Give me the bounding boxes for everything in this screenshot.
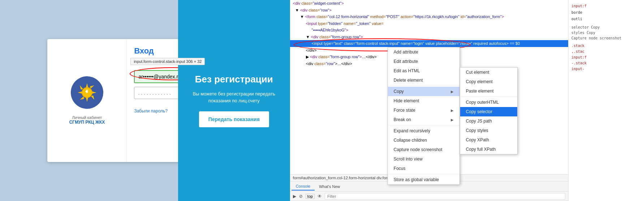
- ctx-delete-element[interactable]: Delete element: [388, 76, 459, 85]
- css-line-2: ,.stac: [571, 49, 641, 55]
- svg-marker-6: [91, 95, 94, 100]
- sub-ctx-copy-selector[interactable]: Copy selector: [460, 107, 517, 116]
- svg-marker-8: [80, 97, 84, 100]
- ctx-store-global[interactable]: Store as global variable: [388, 175, 459, 184]
- forgot-password-link[interactable]: Забыли пароль?: [134, 108, 168, 114]
- ctx-divider-3: [388, 174, 459, 174]
- tab-console[interactable]: Console: [291, 183, 315, 191]
- ctx-edit-html[interactable]: Edit as HTML: [388, 66, 459, 76]
- sub-ctx-divider-1: [460, 97, 517, 97]
- html-line-5[interactable]: "•••••AEhfe1bykoG">: [290, 27, 568, 34]
- capture-screenshot-label[interactable]: Capture node screenshot: [571, 36, 641, 40]
- ctx-divider-2: [388, 125, 459, 125]
- ctx-break-on-arrow: ▶: [451, 118, 454, 122]
- sub-ctx-copy-js-path[interactable]: Copy JS path: [460, 116, 517, 126]
- css-line-4: -.stack: [571, 60, 641, 66]
- input-tooltip: input.form-control.stack-input 306 × 32: [130, 58, 205, 65]
- ctx-expand-recursively[interactable]: Expand recursively: [388, 126, 459, 136]
- html-line-2[interactable]: ▼ <div class="row">: [290, 7, 568, 14]
- right-code-panel: input:f borde outli selector Copy styles…: [568, 0, 644, 201]
- right-panel-code: input:f borde outli: [571, 3, 641, 22]
- ctx-scroll-view[interactable]: Scroll into view: [388, 154, 459, 164]
- ctx-add-attribute[interactable]: Add attribute: [388, 47, 459, 57]
- ctx-hide-element[interactable]: Hide element: [388, 96, 459, 106]
- no-reg-title: Без регистрации: [195, 74, 273, 85]
- styles-copy-label[interactable]: styles Copy: [571, 31, 641, 35]
- login-left-panel: Личный кабинет СГМУП РКЦ ЖКХ: [47, 39, 127, 162]
- ctx-capture-screenshot[interactable]: Capture node screenshot: [388, 145, 459, 154]
- css-line-1: .stack: [571, 43, 641, 49]
- website-panel: Личный кабинет СГМУП РКЦ ЖКХ Вход Регист…: [0, 0, 290, 201]
- rp-line-3: outli: [571, 16, 641, 22]
- no-reg-text: Вы можете без регистрации передать показ…: [193, 91, 275, 104]
- rp-line-1: input:f: [571, 3, 641, 9]
- logo-label: Личный кабинет: [72, 115, 102, 120]
- html-line-7-selected[interactable]: <input type="text" class="form-control s…: [290, 40, 568, 47]
- console-eye-icon[interactable]: 👁: [317, 194, 322, 199]
- ctx-edit-attribute[interactable]: Edit attribute: [388, 57, 459, 66]
- ctx-break-on[interactable]: Break on ▶: [388, 115, 459, 124]
- ctx-force-state[interactable]: Force state ▶: [388, 106, 459, 115]
- html-line-3[interactable]: ▼ <form class="col-12 form-horizontal" m…: [290, 13, 568, 20]
- console-block-icon[interactable]: ⊘: [299, 194, 303, 199]
- css-lines: .stack ,.stac input:f -.stack input-: [571, 43, 641, 72]
- svg-marker-7: [90, 85, 94, 89]
- svg-marker-5: [80, 85, 83, 90]
- sub-ctx-copy-xpath[interactable]: Copy XPath: [460, 135, 517, 145]
- css-line-3: input:f: [571, 55, 641, 60]
- sub-ctx-cut-element[interactable]: Cut element: [460, 68, 517, 77]
- selector-copy-label[interactable]: selector Copy: [571, 25, 641, 29]
- devtools-panel: <div class="widget-content"> ▼ <div clas…: [290, 0, 568, 201]
- html-line-4[interactable]: <input type="hidden" name="_token" value…: [290, 20, 568, 27]
- context-menu: Add attribute Edit attribute Edit as HTM…: [388, 47, 460, 185]
- no-reg-button[interactable]: Передать показания: [199, 111, 269, 127]
- console-filter-input[interactable]: [325, 193, 565, 200]
- ctx-copy-arrow: ▶: [451, 90, 454, 94]
- sub-ctx-copy-full-xpath[interactable]: Copy full XPath: [460, 145, 517, 154]
- tab-whats-new[interactable]: What's New: [315, 183, 344, 190]
- css-line-5: input-: [571, 66, 641, 72]
- console-arrow-icon[interactable]: ▶: [293, 194, 296, 199]
- svg-marker-3: [78, 91, 82, 94]
- rp-line-2: borde: [571, 9, 641, 16]
- ctx-copy[interactable]: Copy ▶: [388, 87, 459, 96]
- ctx-divider-1: [388, 86, 459, 86]
- sub-ctx-copy-outerhtml[interactable]: Copy outerHTML: [460, 98, 517, 107]
- ctx-force-state-arrow: ▶: [451, 108, 454, 112]
- sub-ctx-paste-element[interactable]: Paste element: [460, 86, 517, 96]
- console-bar: ▶ ⊘ top 👁: [290, 192, 568, 201]
- html-line-1[interactable]: <div class="widget-content">: [290, 0, 568, 7]
- ctx-collapse-children[interactable]: Collapse children: [388, 136, 459, 145]
- sub-ctx-copy-styles[interactable]: Copy styles: [460, 126, 517, 135]
- ctx-focus[interactable]: Focus: [388, 164, 459, 173]
- html-line-6[interactable]: ▼ <div class="form-group row">: [290, 34, 568, 40]
- styles-panel: input:f borde outli selector Copy styles…: [570, 1, 643, 73]
- console-top-label[interactable]: top: [306, 194, 315, 199]
- sub-context-menu: Cut element Copy element Paste element C…: [460, 67, 518, 154]
- svg-marker-4: [92, 91, 96, 94]
- logo-sun-icon: [76, 82, 98, 103]
- no-registration-panel: Без регистрации Вы можете без регистраци…: [178, 0, 290, 201]
- login-title: Вход: [134, 46, 154, 56]
- sub-ctx-copy-element[interactable]: Copy element: [460, 77, 517, 86]
- logo-title: СГМУП РКЦ ЖКХ: [69, 120, 105, 125]
- svg-marker-2: [86, 98, 88, 102]
- logo-circle: [71, 76, 103, 109]
- svg-marker-1: [86, 83, 88, 87]
